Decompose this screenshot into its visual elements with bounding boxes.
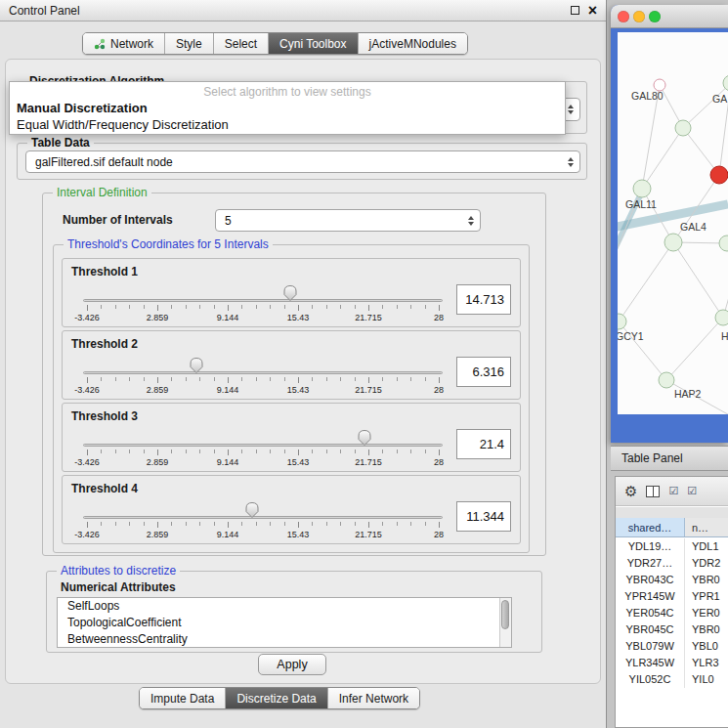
tick-label: 2.859 — [147, 530, 169, 539]
network-window-titlebar[interactable] — [611, 5, 728, 28]
apply-button[interactable]: Apply — [258, 654, 326, 675]
select-all-columns-icon[interactable]: ☑ — [668, 486, 678, 496]
tab-style[interactable]: Style — [165, 33, 214, 54]
slider-thumb[interactable] — [357, 429, 372, 447]
tab-label: Discretize Data — [236, 692, 316, 706]
column-layout-icon[interactable] — [646, 486, 660, 497]
table-row[interactable]: YDR27…YDR2 — [616, 555, 728, 572]
network-node-green[interactable] — [675, 120, 691, 136]
threshold-value-2[interactable]: 6.316 — [456, 357, 511, 387]
slider-thumb[interactable] — [244, 501, 260, 519]
node-label: GAL11 — [625, 198, 657, 210]
tick-label: 9.144 — [217, 385, 239, 395]
table-row[interactable]: YBL079WYBL0 — [616, 638, 728, 655]
unselect-all-columns-icon[interactable]: ☑ — [687, 486, 697, 496]
group-title-attributes: Attributes to discretize — [57, 564, 180, 578]
threshold-slider-3[interactable]: -3.4262.8599.14415.4321.71528 — [87, 404, 439, 471]
table-row[interactable]: YER054CYER0 — [616, 605, 728, 621]
control-panel-tab-bar: NetworkStyleSelectCyni ToolboxjActiveMNo… — [82, 32, 468, 55]
network-node-green[interactable] — [715, 310, 728, 325]
float-window-icon[interactable] — [571, 6, 579, 15]
network-edge[interactable] — [642, 128, 683, 189]
network-node-green[interactable] — [664, 234, 682, 251]
tab-select[interactable]: Select — [214, 33, 269, 54]
tab-discretize-data[interactable]: Discretize Data — [226, 688, 327, 708]
combobox-stepper-icon[interactable] — [568, 157, 574, 167]
numerical-attributes-listbox[interactable]: SelfLoopsTopologicalCoefficientBetweenne… — [57, 597, 512, 648]
table-row[interactable]: YBR045CYBR0 — [616, 621, 728, 638]
column-header-name[interactable]: n… — [685, 518, 728, 536]
slider-track[interactable] — [83, 371, 443, 374]
slider-track[interactable] — [83, 516, 443, 519]
threshold-value-3[interactable]: 21.4 — [456, 429, 511, 459]
threshold-slider-2[interactable]: -3.4262.8599.14415.4321.71528 — [87, 331, 439, 399]
zoom-traffic-light-icon[interactable] — [649, 11, 661, 22]
table-data-combobox[interactable]: galFiltered.sif default node — [25, 150, 580, 173]
table-row[interactable]: YIL052CYIL0 — [616, 671, 728, 688]
popup-option-manual-discretization[interactable]: Manual Discretization — [17, 101, 148, 115]
attribute-item[interactable]: TopologicalCoefficient — [58, 615, 511, 631]
close-traffic-light-icon[interactable] — [618, 11, 629, 22]
table-row[interactable]: YDL19…YDL1 — [616, 538, 728, 555]
table-settings-gear-icon[interactable]: ⚙ — [624, 484, 637, 498]
table-panel-titlebar[interactable]: Table Panel — [611, 446, 728, 471]
toolbar-spacer — [616, 507, 728, 518]
attribute-item[interactable]: BetweennessCentrality — [58, 631, 511, 648]
network-node-green[interactable] — [618, 314, 626, 329]
network-node-green[interactable] — [719, 236, 728, 251]
close-window-icon[interactable]: × — [588, 3, 597, 19]
attribute-item[interactable]: SelfLoops — [58, 598, 511, 615]
tab-network[interactable]: Network — [83, 33, 165, 54]
network-edge[interactable] — [666, 318, 723, 380]
minimize-traffic-light-icon[interactable] — [633, 11, 645, 22]
tab-infer-network[interactable]: Infer Network — [328, 688, 419, 708]
tab-cyni-toolbox[interactable]: Cyni Toolbox — [269, 33, 358, 54]
threshold-value-4[interactable]: 11.344 — [456, 501, 511, 532]
combobox-stepper-icon[interactable] — [468, 216, 474, 226]
slider-track[interactable] — [83, 299, 443, 302]
network-node-red[interactable] — [710, 166, 728, 184]
network-node-green[interactable] — [633, 180, 651, 197]
attribute-items: SelfLoopsTopologicalCoefficientBetweenne… — [58, 598, 511, 648]
slider-track[interactable] — [83, 444, 443, 447]
slider-ticks — [87, 377, 439, 384]
threshold-panel-3: Threshold 3-3.4262.8599.14415.4321.71528… — [62, 403, 521, 472]
list-scrollbar-thumb[interactable] — [501, 600, 509, 629]
network-graph[interactable]: GAL80GAGAL11GAL4GCY1HHAP2 — [618, 32, 728, 414]
list-scrollbar[interactable] — [499, 598, 511, 647]
threshold-slider-1[interactable]: -3.4262.8599.14415.4321.71528 — [87, 259, 439, 326]
threshold-value-1[interactable]: 14.713 — [456, 284, 511, 315]
network-canvas[interactable]: GAL80GAGAL11GAL4GCY1HHAP2 — [618, 32, 728, 414]
tick-label: 21.715 — [355, 313, 382, 322]
tab-label: jActiveMNodules — [369, 37, 456, 51]
cell-name: YER0 — [685, 605, 728, 621]
control-panel-titlebar[interactable]: Control Panel × — [0, 0, 606, 21]
control-panel-window: Control Panel × NetworkStyleSelectCyni T… — [0, 0, 607, 728]
tab-impute-data[interactable]: Impute Data — [140, 688, 226, 708]
tick-label: 15.43 — [287, 457, 310, 467]
node-label: GCY1 — [618, 330, 644, 342]
network-edge[interactable] — [683, 83, 728, 128]
network-node-green[interactable] — [659, 372, 674, 388]
combobox-stepper-icon[interactable] — [568, 105, 574, 114]
number-of-intervals-combobox[interactable]: 5 — [215, 209, 481, 232]
table-rows: YDL19…YDL1YDR27…YDR2YBR043CYBR0YPR145WYP… — [616, 538, 728, 688]
tab-jactivemnodules[interactable]: jActiveMNodules — [359, 33, 467, 54]
table-row[interactable]: YBR043CYBR0 — [616, 572, 728, 588]
network-edge[interactable] — [673, 242, 723, 318]
column-header-shared-name[interactable]: shared… — [616, 518, 685, 536]
node-label: GAL4 — [680, 221, 707, 233]
tick-label: 21.715 — [355, 385, 382, 395]
slider-thumb[interactable] — [282, 284, 298, 302]
popup-option-equal-width-frequency[interactable]: Equal Width/Frequency Discretization — [17, 117, 229, 132]
cell-shared-name: YBR045C — [616, 621, 685, 638]
network-node-green[interactable] — [723, 75, 728, 91]
number-of-intervals-label: Number of Intervals — [63, 209, 173, 232]
table-row[interactable]: YPR145WYPR1 — [616, 588, 728, 605]
network-edge[interactable] — [619, 242, 673, 321]
slider-thumb[interactable] — [189, 357, 204, 374]
threshold-slider-4[interactable]: -3.4262.8599.14415.4321.71528 — [87, 476, 439, 543]
window-buttons: × — [571, 3, 597, 19]
table-row[interactable]: YLR345WYLR3 — [616, 655, 728, 671]
table-header-row: shared… n… — [616, 518, 728, 537]
